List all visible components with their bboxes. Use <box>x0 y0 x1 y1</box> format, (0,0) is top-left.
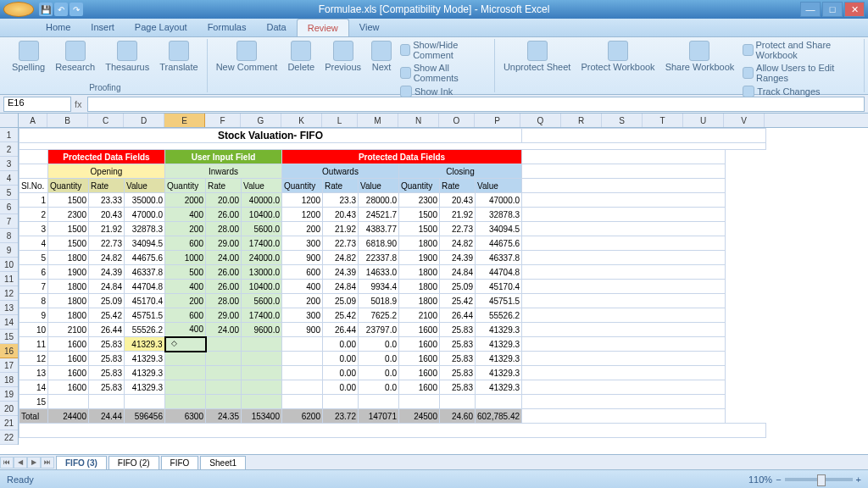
sheet-tab-fifo-2-[interactable]: FIFO (2) <box>108 456 159 469</box>
ribbon-new-comment[interactable]: New Comment <box>213 39 281 98</box>
col-header-C[interactable]: C <box>88 114 124 127</box>
row-header-10[interactable]: 10 <box>0 258 18 272</box>
col-header-Q[interactable]: Q <box>520 114 561 127</box>
zoom-in-button[interactable]: + <box>856 474 861 485</box>
ribbon-previous[interactable]: Previous <box>321 39 364 98</box>
last-sheet-button[interactable]: ⏭ <box>41 457 54 469</box>
row-header-15[interactable]: 15 <box>0 330 18 344</box>
maximize-button[interactable]: □ <box>822 2 843 17</box>
select-all-corner[interactable] <box>0 114 19 128</box>
col-header-M[interactable]: M <box>358 114 398 127</box>
status-text: Ready <box>7 474 34 485</box>
redo-icon[interactable]: ↷ <box>70 3 83 16</box>
office-button[interactable] <box>3 2 34 17</box>
col-header-S[interactable]: S <box>602 114 643 127</box>
titlebar: 💾 ↶ ↷ Formulae.xls [Compatibility Mode] … <box>0 0 868 19</box>
row-header-2[interactable]: 2 <box>0 142 18 157</box>
row-header-9[interactable]: 9 <box>0 243 18 258</box>
ribbon-thesaurus[interactable]: Thesaurus <box>102 39 153 83</box>
row-header-11[interactable]: 11 <box>0 272 18 286</box>
ribbon-next[interactable]: Next <box>368 39 395 98</box>
ribbon-research[interactable]: Research <box>52 39 98 83</box>
row-header-14[interactable]: 14 <box>0 315 18 330</box>
thesaurus-icon <box>117 41 137 61</box>
minimize-button[interactable]: — <box>800 2 821 17</box>
quick-access-toolbar: 💾 ↶ ↷ <box>39 3 83 16</box>
col-header-R[interactable]: R <box>561 114 602 127</box>
tab-view[interactable]: View <box>349 19 390 36</box>
ribbon-protect-and-share-workbook[interactable]: Protect and Share Workbook <box>741 39 859 61</box>
tab-formulas[interactable]: Formulas <box>198 19 257 36</box>
next-icon <box>371 41 392 61</box>
ribbon-translate[interactable]: Translate <box>156 39 201 83</box>
col-header-P[interactable]: P <box>475 114 520 127</box>
col-header-B[interactable]: B <box>47 114 88 127</box>
ribbon-share-workbook[interactable]: Share Workbook <box>662 39 738 98</box>
prev-sheet-button[interactable]: ◀ <box>14 457 27 469</box>
undo-icon[interactable]: ↶ <box>54 3 68 16</box>
next-sheet-button[interactable]: ▶ <box>27 457 41 469</box>
row-header-17[interactable]: 17 <box>0 358 18 373</box>
name-box[interactable]: E16 <box>3 97 71 112</box>
protect-workbook-icon <box>608 41 628 61</box>
close-button[interactable]: ✕ <box>844 2 865 17</box>
row-header-20[interactable]: 20 <box>0 402 18 416</box>
row-header-3[interactable]: 3 <box>0 157 18 171</box>
row-header-22[interactable]: 22 <box>0 430 18 445</box>
ribbon-show-hide-comment[interactable]: Show/Hide Comment <box>398 39 489 61</box>
row-header-13[interactable]: 13 <box>0 301 18 315</box>
sheet-tab-sheet1[interactable]: Sheet1 <box>200 456 246 469</box>
first-sheet-button[interactable]: ⏮ <box>0 457 14 469</box>
row-header-4[interactable]: 4 <box>0 171 18 186</box>
fx-icon[interactable]: fx <box>71 99 86 109</box>
row-header-19[interactable]: 19 <box>0 387 18 402</box>
ribbon-allow-users-to-edit-ranges[interactable]: Allow Users to Edit Ranges <box>741 62 859 84</box>
sheet-tab-fifo-3-[interactable]: FIFO (3) <box>56 456 107 469</box>
share-workbook-icon <box>689 41 709 61</box>
previous-icon <box>333 41 353 61</box>
unprotect-sheet-icon <box>527 41 548 61</box>
row-header-1[interactable]: 1 <box>0 128 18 142</box>
zoom-level[interactable]: 110% <box>748 474 772 485</box>
col-header-N[interactable]: N <box>398 114 439 127</box>
tab-review[interactable]: Review <box>297 19 349 36</box>
col-header-V[interactable]: V <box>724 114 765 127</box>
row-header-6[interactable]: 6 <box>0 200 18 214</box>
spelling-icon <box>19 41 39 61</box>
translate-icon <box>169 41 189 61</box>
row-header-5[interactable]: 5 <box>0 186 18 200</box>
col-header-U[interactable]: U <box>683 114 724 127</box>
row-header-18[interactable]: 18 <box>0 373 18 387</box>
show-hide-comment-icon <box>400 44 410 56</box>
ribbon-show-all-comments[interactable]: Show All Comments <box>398 62 489 84</box>
tab-insert[interactable]: Insert <box>81 19 125 36</box>
row-header-8[interactable]: 8 <box>0 229 18 243</box>
ribbon-spelling[interactable]: Spelling <box>8 39 48 83</box>
col-header-A[interactable]: A <box>19 114 47 127</box>
tab-data[interactable]: Data <box>256 19 296 36</box>
col-header-K[interactable]: K <box>281 114 322 127</box>
tab-home[interactable]: Home <box>36 19 81 36</box>
cells-grid[interactable]: Stock Valuation- FIFOProtected Data Fiel… <box>19 128 868 438</box>
status-bar: Ready 110% − + <box>0 469 868 488</box>
row-header-21[interactable]: 21 <box>0 416 18 430</box>
formula-input[interactable] <box>87 97 865 112</box>
row-header-7[interactable]: 7 <box>0 214 18 229</box>
zoom-slider[interactable] <box>785 478 853 481</box>
col-header-O[interactable]: O <box>439 114 475 127</box>
col-header-D[interactable]: D <box>124 114 164 127</box>
tab-page-layout[interactable]: Page Layout <box>125 19 198 36</box>
ribbon-delete[interactable]: Delete <box>284 39 318 98</box>
col-header-E[interactable]: E <box>164 114 205 127</box>
sheet-tab-fifo[interactable]: FIFO <box>161 456 199 469</box>
row-header-16[interactable]: 16 <box>0 344 18 358</box>
col-header-F[interactable]: F <box>205 114 241 127</box>
ribbon-unprotect-sheet[interactable]: Unprotect Sheet <box>500 39 575 98</box>
col-header-G[interactable]: G <box>241 114 281 127</box>
col-header-L[interactable]: L <box>322 114 358 127</box>
save-icon[interactable]: 💾 <box>39 3 53 16</box>
col-header-T[interactable]: T <box>643 114 683 127</box>
ribbon-protect-workbook[interactable]: Protect Workbook <box>577 39 658 98</box>
zoom-out-button[interactable]: − <box>776 474 781 485</box>
row-header-12[interactable]: 12 <box>0 286 18 301</box>
